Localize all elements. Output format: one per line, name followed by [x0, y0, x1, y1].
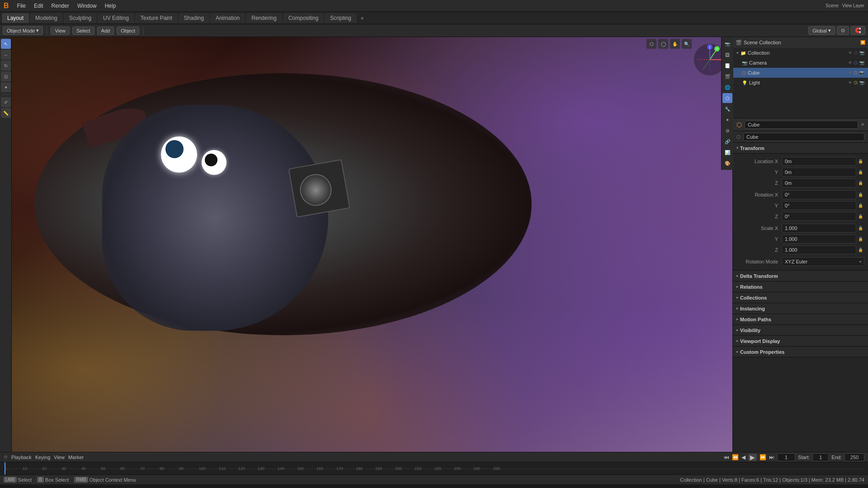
move-tool[interactable]: ↔ — [1, 50, 11, 60]
custom-properties-section-header[interactable]: ▸ Custom Properties — [733, 347, 868, 357]
menu-file[interactable]: File — [14, 2, 29, 10]
scale-y-value[interactable]: 1.000 — [782, 235, 856, 244]
rotate-tool[interactable]: ↻ — [1, 61, 11, 70]
jump-end-btn[interactable]: ⏭ — [769, 454, 774, 460]
menu-window[interactable]: Window — [74, 2, 100, 10]
select-menu[interactable]: Select — [72, 27, 94, 35]
cube-vis-eye[interactable]: 👁 — [848, 70, 852, 75]
cube-vis-color[interactable]: ⬡ — [854, 70, 858, 75]
camera-vis-render[interactable]: 📷 — [859, 61, 864, 65]
props-tab-render[interactable]: 📷 — [722, 39, 732, 49]
instancing-section-header[interactable]: ▸ Instancing — [733, 303, 868, 314]
tab-rendering[interactable]: Rendering — [246, 13, 282, 23]
rotation-y-lock[interactable]: 🔒 — [856, 203, 864, 208]
select-key-hint[interactable]: LMB Select — [4, 477, 32, 483]
props-tab-particles[interactable]: ✦ — [722, 115, 732, 125]
view-menu[interactable]: View — [51, 27, 70, 35]
vis-select[interactable]: ⬡ — [854, 51, 858, 55]
outliner-camera[interactable]: 📷 Camera 👁 ⬡ 📷 — [733, 58, 868, 68]
vis-render[interactable]: 📷 — [859, 51, 864, 55]
box-select-key-hint[interactable]: B Box Select — [37, 477, 69, 483]
props-tab-object[interactable]: ⬡ — [722, 93, 732, 103]
prev-keyframe-btn[interactable]: ⏪ — [732, 454, 739, 460]
zoom-view[interactable]: 🔍 — [682, 39, 692, 49]
scale-x-lock[interactable]: 🔒 — [856, 226, 864, 230]
play-reverse-btn[interactable]: ◀ — [741, 454, 745, 460]
scale-tool[interactable]: ⊡ — [1, 71, 11, 81]
location-x-lock[interactable]: 🔒 — [856, 159, 864, 164]
props-tab-modifiers[interactable]: 🔧 — [722, 104, 732, 114]
props-close[interactable]: ✕ — [861, 122, 864, 127]
rotation-y-value[interactable]: 0° — [782, 201, 856, 210]
select-tool[interactable]: ↖ — [1, 39, 11, 49]
tab-scripting[interactable]: Scripting — [325, 13, 357, 23]
camera-vis-eye[interactable]: 👁 — [848, 61, 852, 65]
add-menu[interactable]: Add — [97, 27, 114, 35]
keying-menu[interactable]: Keying — [35, 455, 51, 460]
viewport[interactable]: X Y Z ⬡ ◯ ✋ 🔍 — [12, 37, 732, 452]
menu-render[interactable]: Render — [48, 2, 73, 10]
viewport-display-section-header[interactable]: ▸ Viewport Display — [733, 336, 868, 347]
props-tab-constraints[interactable]: 🔗 — [722, 136, 732, 146]
rotation-mode-select[interactable]: XYZ Euler ▾ — [782, 257, 864, 266]
start-frame-field[interactable]: 1 — [812, 453, 829, 461]
jump-start-btn[interactable]: ⏮ — [724, 454, 729, 460]
object-mode-dropdown[interactable]: Object Mode ▾ — [3, 26, 43, 35]
cube-vis-render[interactable]: 📷 — [859, 70, 864, 75]
next-keyframe-btn[interactable]: ⏩ — [760, 454, 766, 460]
props-tab-physics[interactable]: ⚙ — [722, 126, 732, 136]
rotation-x-lock[interactable]: 🔒 — [856, 192, 864, 197]
tab-layout[interactable]: Layout — [2, 13, 29, 23]
snap-toggle[interactable]: 🧲 — [851, 26, 865, 35]
context-menu-hint[interactable]: RMB Object Context Menu — [74, 477, 136, 483]
tab-compositing[interactable]: Compositing — [283, 13, 324, 23]
outliner-collection[interactable]: ▾ 📁 Collection 👁 ⬡ 📷 — [733, 48, 868, 58]
object-name-input[interactable] — [745, 121, 858, 129]
outliner-filter[interactable]: 🔽 — [860, 40, 865, 45]
tab-texture-paint[interactable]: Texture Paint — [135, 13, 178, 23]
playback-menu[interactable]: Playback — [11, 455, 32, 460]
rotation-z-lock[interactable]: 🔒 — [856, 214, 864, 219]
tab-shading[interactable]: Shading — [179, 13, 209, 23]
pivot-dropdown[interactable]: ⊙ — [837, 26, 849, 35]
add-workspace-button[interactable]: + — [358, 14, 367, 23]
current-frame-field[interactable]: 1 — [777, 453, 795, 461]
menu-help[interactable]: Help — [101, 2, 120, 10]
light-vis-color[interactable]: ⬡ — [854, 80, 858, 85]
scale-y-lock[interactable]: 🔒 — [856, 237, 864, 241]
props-tab-scene[interactable]: 🎬 — [722, 71, 732, 81]
tab-sculpting[interactable]: Sculpting — [64, 13, 97, 23]
light-vis-render[interactable]: 📷 — [859, 80, 864, 85]
render-toggle[interactable]: ⬡ — [646, 39, 656, 49]
light-vis-eye[interactable]: 👁 — [848, 80, 852, 85]
relations-section-header[interactable]: ▸ Relations — [733, 282, 868, 292]
outliner-cube[interactable]: ⬡ Cube 👁 ⬡ 📷 — [733, 68, 868, 78]
rotation-z-value[interactable]: 0° — [782, 212, 856, 221]
props-tab-view-layer[interactable]: 📑 — [722, 61, 732, 70]
location-z-value[interactable]: 0m — [782, 178, 856, 188]
tab-modeling[interactable]: Modeling — [30, 13, 63, 23]
tab-uv-editing[interactable]: UV Editing — [98, 13, 134, 23]
scale-x-value[interactable]: 1.000 — [782, 224, 856, 233]
transform-tool[interactable]: ✦ — [1, 82, 11, 92]
location-z-lock[interactable]: 🔒 — [856, 181, 864, 185]
material-toggle[interactable]: ◯ — [658, 39, 668, 49]
props-tab-output[interactable]: 🖼 — [722, 50, 732, 60]
delta-transform-section-header[interactable]: ▸ Delta Transform — [733, 271, 868, 282]
location-x-value[interactable]: 0m — [782, 157, 856, 166]
marker-menu[interactable]: Marker — [68, 455, 84, 460]
transform-space-dropdown[interactable]: Global ▾ — [808, 26, 835, 35]
play-btn[interactable]: ▶ — [748, 454, 757, 461]
scale-z-lock[interactable]: 🔒 — [856, 248, 864, 252]
outliner-light[interactable]: 💡 Light 👁 ⬡ 📷 — [733, 78, 868, 88]
menu-edit[interactable]: Edit — [30, 2, 47, 10]
collections-section-header[interactable]: ▸ Collections — [733, 292, 868, 303]
annotate-tool[interactable]: ✐ — [1, 97, 11, 107]
location-y-lock[interactable]: 🔒 — [856, 170, 864, 174]
timeline-view-menu[interactable]: View — [54, 455, 65, 460]
transform-section-header[interactable]: ▾ Transform — [733, 143, 868, 154]
vis-eye[interactable]: 👁 — [848, 51, 852, 55]
visibility-section-header[interactable]: ▸ Visibility — [733, 325, 868, 336]
object-menu[interactable]: Object — [117, 27, 139, 35]
tab-animation[interactable]: Animation — [210, 13, 245, 23]
